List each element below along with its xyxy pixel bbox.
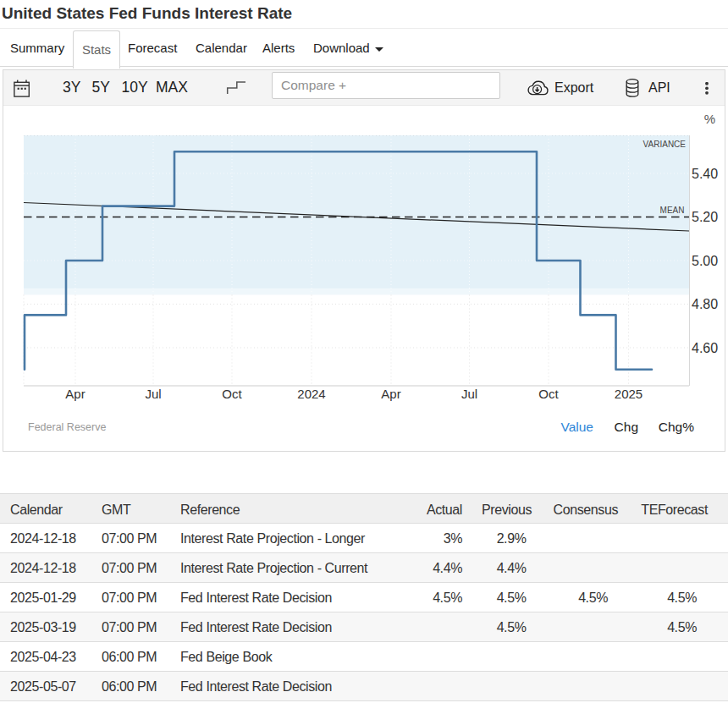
svg-text:Federal Reserve: Federal Reserve xyxy=(28,421,106,433)
svg-text:VARIANCE: VARIANCE xyxy=(643,140,687,149)
svg-text:Chg%: Chg% xyxy=(659,420,694,434)
svg-text:4.80: 4.80 xyxy=(692,297,718,311)
svg-text:Apr: Apr xyxy=(65,387,85,401)
svg-text:Jul: Jul xyxy=(461,387,477,401)
svg-text:Oct: Oct xyxy=(222,387,242,401)
svg-text:Apr: Apr xyxy=(381,387,400,401)
svg-text:Jul: Jul xyxy=(145,387,161,401)
svg-text:5.40: 5.40 xyxy=(692,167,718,181)
svg-text:Oct: Oct xyxy=(538,387,559,401)
svg-text:4.60: 4.60 xyxy=(692,341,718,355)
svg-text:2024: 2024 xyxy=(297,387,325,401)
svg-text:2025: 2025 xyxy=(615,387,643,401)
svg-text:MEAN: MEAN xyxy=(660,206,685,215)
svg-text:5.00: 5.00 xyxy=(692,254,718,268)
svg-text:5.20: 5.20 xyxy=(692,210,718,224)
svg-text:Chg: Chg xyxy=(615,420,638,434)
svg-text:%: % xyxy=(704,112,715,126)
svg-text:Value: Value xyxy=(561,420,594,434)
